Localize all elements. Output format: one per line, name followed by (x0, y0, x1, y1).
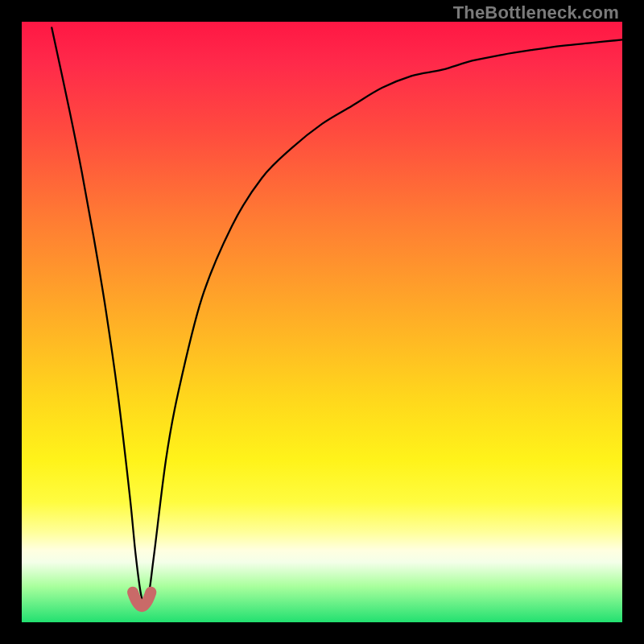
attribution-label: TheBottleneck.com (453, 2, 619, 23)
chart-svg (22, 22, 622, 622)
chart-plot-area (22, 22, 622, 622)
bottleneck-curve-path (52, 27, 622, 603)
